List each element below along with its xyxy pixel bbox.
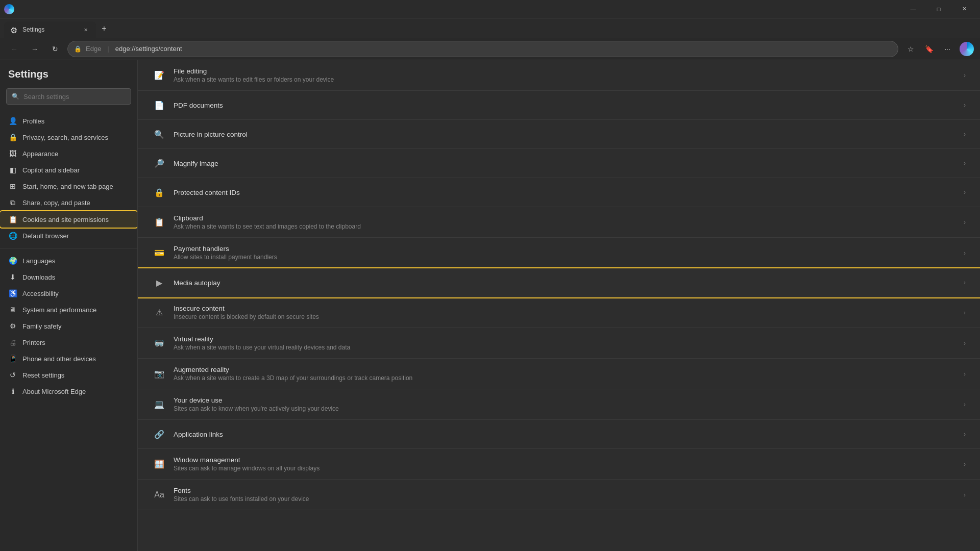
settings-item-payment-handlers[interactable]: 💳 Payment handlers Allow sites to instal… xyxy=(138,238,980,268)
tab-close-button[interactable]: ✕ xyxy=(82,26,90,34)
settings-item-content-device-use: Your device use Sites can ask to know wh… xyxy=(174,396,960,412)
forward-button[interactable]: → xyxy=(27,41,43,57)
sidebar-item-cookies[interactable]: 📋 Cookies and site permissions xyxy=(0,211,137,228)
sidebar-item-system[interactable]: 🖥 System and performance xyxy=(0,302,137,318)
maximize-button[interactable]: □ xyxy=(927,0,950,18)
settings-item-desc-insecure-content: Insecure content is blocked by default o… xyxy=(174,313,960,320)
sidebar-item-privacy[interactable]: 🔒 Privacy, search, and services xyxy=(0,129,137,145)
settings-item-application-links[interactable]: 🔗 Application links › xyxy=(138,420,980,449)
settings-item-fonts[interactable]: Aa Fonts Sites can ask to use fonts inst… xyxy=(138,480,980,510)
settings-item-title-media-autoplay: Media autoplay xyxy=(174,279,960,287)
nav-label-languages: Languages xyxy=(22,257,55,265)
sidebar-item-family[interactable]: ⚙ Family safety xyxy=(0,318,137,334)
settings-item-arrow-media-autoplay: › xyxy=(964,279,966,286)
settings-item-arrow-pdf-documents: › xyxy=(964,102,966,109)
settings-item-file-editing[interactable]: 📝 File editing Ask when a site wants to … xyxy=(138,60,980,91)
main-layout: Settings 🔍 👤 Profiles 🔒 Privacy, search,… xyxy=(0,60,980,551)
sidebar-item-share[interactable]: ⧉ Share, copy, and paste xyxy=(0,194,137,211)
settings-item-content-augmented-reality: Augmented reality Ask when a site wants … xyxy=(174,366,960,382)
tab-bar: ⚙ Settings ✕ + xyxy=(0,18,980,38)
settings-item-pdf-documents[interactable]: 📄 PDF documents › xyxy=(138,91,980,120)
settings-item-content-payment-handlers: Payment handlers Allow sites to install … xyxy=(174,245,960,261)
settings-item-title-augmented-reality: Augmented reality xyxy=(174,366,960,373)
collections-button[interactable]: 🔖 xyxy=(921,41,937,57)
settings-item-arrow-file-editing: › xyxy=(964,72,966,79)
nav-label-start: Start, home, and new tab page xyxy=(22,183,113,190)
more-button[interactable]: ··· xyxy=(939,41,955,57)
window-controls: — □ ✕ xyxy=(901,0,976,18)
settings-item-augmented-reality[interactable]: 📷 Augmented reality Ask when a site want… xyxy=(138,359,980,389)
favorites-button[interactable]: ☆ xyxy=(902,41,919,57)
settings-item-clipboard[interactable]: 📋 Clipboard Ask when a site wants to see… xyxy=(138,207,980,238)
settings-item-arrow-augmented-reality: › xyxy=(964,370,966,378)
nav-label-cookies: Cookies and site permissions xyxy=(22,216,109,223)
nav-label-profiles: Profiles xyxy=(22,117,44,125)
settings-icon-virtual-reality: 🥽 xyxy=(152,336,166,350)
sidebar-item-appearance[interactable]: 🖼 Appearance xyxy=(0,145,137,162)
new-tab-button[interactable]: + xyxy=(97,21,111,36)
nav-label-privacy: Privacy, search, and services xyxy=(22,134,108,141)
address-bar[interactable]: 🔒 Edge | edge://settings/content xyxy=(67,41,898,57)
sidebar-item-reset[interactable]: ↺ Reset settings xyxy=(0,367,137,383)
back-button[interactable]: ← xyxy=(6,41,22,57)
settings-item-arrow-protected-content: › xyxy=(964,189,966,196)
settings-item-title-magnify-image: Magnify image xyxy=(174,160,960,167)
settings-item-desc-virtual-reality: Ask when a site wants to use your virtua… xyxy=(174,344,960,351)
settings-item-desc-payment-handlers: Allow sites to install payment handlers xyxy=(174,254,960,261)
settings-item-content-file-editing: File editing Ask when a site wants to ed… xyxy=(174,67,960,83)
sidebar-item-languages[interactable]: 🌍 Languages xyxy=(0,253,137,269)
sidebar-item-default-browser[interactable]: 🌐 Default browser xyxy=(0,228,137,244)
search-icon: 🔍 xyxy=(12,93,19,100)
sidebar-item-profiles[interactable]: 👤 Profiles xyxy=(0,113,137,129)
settings-icon-augmented-reality: 📷 xyxy=(152,367,166,381)
nav-icon-start: ⊞ xyxy=(8,182,17,190)
search-box[interactable]: 🔍 xyxy=(6,88,131,105)
settings-item-desc-file-editing: Ask when a site wants to edit files or f… xyxy=(174,76,960,83)
sidebar-item-about[interactable]: ℹ About Microsoft Edge xyxy=(0,383,137,399)
settings-item-arrow-payment-handlers: › xyxy=(964,249,966,257)
sidebar-item-copilot[interactable]: ◧ Copilot and sidebar xyxy=(0,162,137,178)
nav-icon-cookies: 📋 xyxy=(8,215,17,223)
settings-icon-clipboard: 📋 xyxy=(152,215,166,230)
refresh-button[interactable]: ↻ xyxy=(47,41,63,57)
settings-item-title-virtual-reality: Virtual reality xyxy=(174,335,960,343)
settings-item-arrow-virtual-reality: › xyxy=(964,340,966,347)
sidebar-item-downloads[interactable]: ⬇ Downloads xyxy=(0,269,137,285)
toolbar-actions: ☆ 🔖 ··· xyxy=(902,41,974,57)
settings-tab[interactable]: ⚙ Settings ✕ xyxy=(4,21,96,38)
browser-chrome: — □ ✕ xyxy=(0,0,980,18)
sidebar-item-printers[interactable]: 🖨 Printers xyxy=(0,334,137,350)
toolbar: ← → ↻ 🔒 Edge | edge://settings/content ☆… xyxy=(0,38,980,60)
settings-item-arrow-application-links: › xyxy=(964,431,966,438)
settings-item-insecure-content[interactable]: ⚠ Insecure content Insecure content is b… xyxy=(138,297,980,328)
settings-item-protected-content[interactable]: 🔒 Protected content IDs › xyxy=(138,178,980,207)
close-button[interactable]: ✕ xyxy=(952,0,976,18)
nav-label-share: Share, copy, and paste xyxy=(22,199,90,207)
settings-item-title-fonts: Fonts xyxy=(174,487,960,494)
nav-label-default-browser: Default browser xyxy=(22,232,69,240)
settings-item-media-autoplay[interactable]: ▶ Media autoplay › xyxy=(138,268,980,297)
minimize-button[interactable]: — xyxy=(901,0,925,18)
nav-icon-appearance: 🖼 xyxy=(8,149,17,158)
settings-item-desc-device-use: Sites can ask to know when you're active… xyxy=(174,405,960,412)
settings-icon-window-management: 🪟 xyxy=(152,457,166,471)
settings-item-virtual-reality[interactable]: 🥽 Virtual reality Ask when a site wants … xyxy=(138,328,980,359)
settings-item-content-picture-in-picture: Picture in picture control xyxy=(174,131,960,138)
profile-avatar[interactable] xyxy=(960,42,974,56)
settings-item-device-use[interactable]: 💻 Your device use Sites can ask to know … xyxy=(138,389,980,420)
sidebar: Settings 🔍 👤 Profiles 🔒 Privacy, search,… xyxy=(0,60,138,551)
settings-item-picture-in-picture[interactable]: 🔍 Picture in picture control › xyxy=(138,120,980,149)
nav-icon-accessibility: ♿ xyxy=(8,289,17,297)
settings-item-magnify-image[interactable]: 🔎 Magnify image › xyxy=(138,149,980,178)
settings-icon-media-autoplay: ▶ xyxy=(152,276,166,290)
sidebar-item-accessibility[interactable]: ♿ Accessibility xyxy=(0,285,137,302)
settings-item-content-media-autoplay: Media autoplay xyxy=(174,279,960,287)
sidebar-item-phone[interactable]: 📱 Phone and other devices xyxy=(0,350,137,367)
settings-item-window-management[interactable]: 🪟 Window management Sites can ask to man… xyxy=(138,449,980,480)
settings-item-desc-fonts: Sites can ask to use fonts installed on … xyxy=(174,495,960,503)
settings-item-content-magnify-image: Magnify image xyxy=(174,160,960,167)
search-input[interactable] xyxy=(23,93,126,101)
settings-item-arrow-insecure-content: › xyxy=(964,309,966,316)
sidebar-item-start[interactable]: ⊞ Start, home, and new tab page xyxy=(0,178,137,194)
settings-item-desc-window-management: Sites can ask to manage windows on all y… xyxy=(174,465,960,472)
